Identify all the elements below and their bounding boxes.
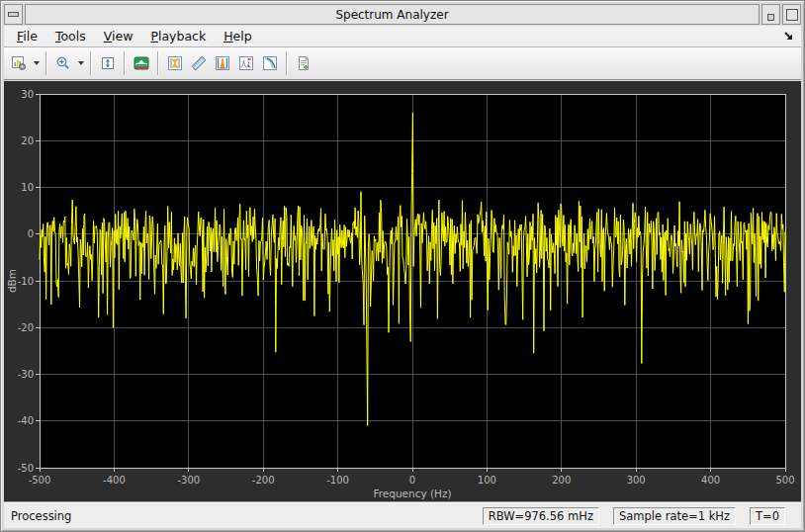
maximize-icon [786, 9, 798, 21]
svg-text:500: 500 [775, 475, 794, 486]
menu-item-view[interactable]: View [95, 27, 142, 45]
toolbar-separator [90, 51, 92, 75]
svg-text:100: 100 [478, 475, 496, 486]
spectrum-settings-dropdown[interactable] [31, 50, 42, 76]
signal-statistics-button[interactable] [187, 50, 211, 76]
svg-text:-40: -40 [18, 415, 34, 426]
svg-text:300: 300 [627, 475, 646, 486]
svg-text:-20: -20 [18, 322, 34, 333]
chevron-down-icon [78, 61, 84, 65]
distortion-measurements-icon [238, 55, 254, 71]
window-title: Spectrum Analyzer [25, 4, 760, 25]
rbw-panel: RBW=976.56 mHz [483, 507, 599, 525]
svg-text:30: 30 [21, 89, 34, 100]
time-panel: T=0 [750, 507, 785, 525]
peak-finder-icon [215, 55, 230, 71]
minimize-button[interactable] [761, 4, 780, 25]
toolbar-separator [157, 51, 159, 75]
window-menu-button[interactable] [4, 4, 23, 25]
window-menu-icon [8, 12, 19, 17]
spectrum-display-icon [134, 55, 149, 71]
autoscale-axes-button[interactable] [96, 50, 120, 76]
spectrum-plot[interactable]: -500-400-300-200-10001002003004005003020… [4, 81, 801, 502]
status-bar: Processing RBW=976.56 mHz Sample rate=1 … [4, 502, 801, 528]
maximize-button[interactable] [782, 4, 801, 25]
toolbar-separator [286, 51, 288, 75]
playback-export-button[interactable] [292, 50, 315, 76]
toolbar [4, 47, 801, 80]
spectrum-settings-button[interactable] [7, 50, 31, 76]
svg-text:400: 400 [701, 475, 720, 486]
menu-bar: File Tools View Playback Help [4, 26, 801, 47]
svg-text:0: 0 [409, 475, 415, 486]
menu-item-tools[interactable]: Tools [46, 27, 95, 45]
playback-export-icon [296, 55, 312, 71]
signal-statistics-icon [191, 55, 207, 71]
toolbar-separator [45, 51, 47, 75]
spectrum-settings-icon [11, 55, 27, 71]
zoom-dropdown[interactable] [75, 50, 86, 76]
figure-area: -500-400-300-200-10001002003004005003020… [4, 81, 801, 502]
svg-text:-30: -30 [18, 369, 34, 380]
processing-status: Processing [11, 509, 71, 523]
chevron-down-icon [34, 61, 40, 65]
svg-text:200: 200 [552, 475, 571, 486]
menu-item-help[interactable]: Help [215, 27, 261, 45]
title-bar: Spectrum Analyzer [4, 4, 801, 25]
ccdf-measurements-button[interactable] [258, 50, 282, 76]
sample-rate-panel: Sample rate=1 kHz [613, 507, 736, 525]
svg-text:-200: -200 [252, 475, 275, 486]
toolbar-separator [124, 51, 126, 75]
svg-text:-100: -100 [326, 475, 349, 486]
cursor-measurements-icon [167, 55, 183, 71]
spectrum-display-button[interactable] [130, 50, 153, 76]
svg-text:-300: -300 [177, 475, 200, 486]
svg-text:0: 0 [28, 228, 34, 239]
svg-text:-10: -10 [18, 276, 34, 287]
ccdf-icon [262, 55, 278, 71]
minimize-icon [767, 14, 774, 21]
cursor-measurements-button[interactable] [163, 50, 187, 76]
menu-item-file[interactable]: File [8, 27, 46, 45]
svg-text:Frequency (Hz): Frequency (Hz) [373, 488, 451, 499]
distortion-measurements-button[interactable] [234, 50, 258, 76]
autoscale-icon [100, 55, 116, 71]
spectrum-analyzer-window: Spectrum Analyzer File Tools View Playba… [0, 0, 805, 532]
zoom-in-icon [55, 55, 71, 71]
menu-item-playback[interactable]: Playback [141, 27, 215, 45]
peak-finder-button[interactable] [211, 50, 234, 76]
svg-text:-50: -50 [18, 463, 34, 474]
svg-text:20: 20 [21, 135, 34, 146]
svg-text:-500: -500 [29, 475, 51, 486]
zoom-in-button[interactable] [51, 50, 75, 76]
svg-text:-400: -400 [103, 475, 126, 486]
dock-arrow-icon[interactable] [781, 29, 797, 44]
svg-text:dBm: dBm [6, 269, 18, 293]
svg-text:10: 10 [21, 182, 34, 193]
